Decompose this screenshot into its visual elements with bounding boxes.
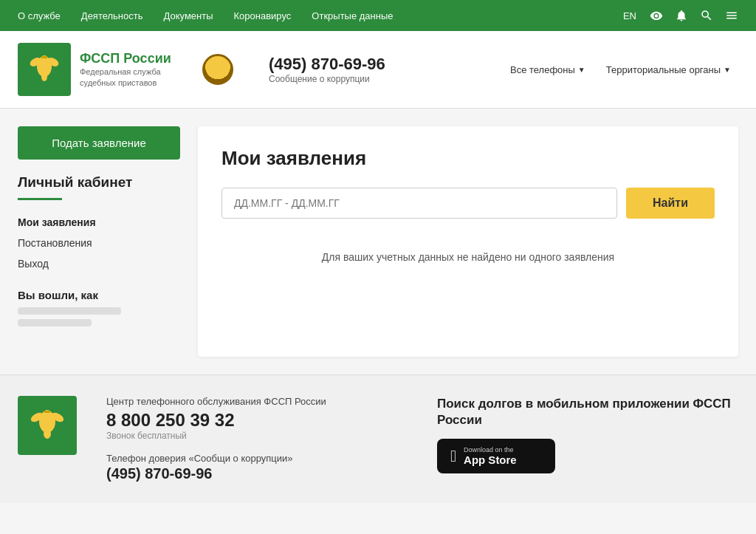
nav-o-sluzhbe[interactable]: О службе bbox=[18, 10, 61, 21]
site-header: ФССП России Федеральная служба судебных … bbox=[0, 31, 756, 109]
svg-point-4 bbox=[41, 72, 47, 81]
corruption-label: Телефон доверия «Сообщи о коррупции» bbox=[106, 453, 408, 464]
menu-icon[interactable] bbox=[725, 9, 738, 22]
store-sub-label: Download on the bbox=[464, 446, 517, 453]
lang-switcher[interactable]: EN bbox=[623, 10, 636, 21]
cabinet-title: Личный кабинет bbox=[18, 174, 180, 191]
all-phones-btn[interactable]: Все телефоны ▼ bbox=[503, 60, 593, 80]
phone-big: 8 800 250 39 32 bbox=[106, 410, 408, 431]
call-center-label: Центр телефонного обслуживания ФССП Росс… bbox=[106, 396, 408, 407]
footer-phones: Центр телефонного обслуживания ФССП Росс… bbox=[106, 396, 408, 482]
phone2-big: (495) 870-69-96 bbox=[106, 465, 408, 482]
chevron-down-icon: ▼ bbox=[578, 66, 585, 74]
main-container: Подать заявление Личный кабинет Мои заяв… bbox=[0, 109, 756, 374]
svg-rect-6 bbox=[41, 56, 47, 58]
sidebar-divider bbox=[18, 198, 62, 200]
logo-section: ФССП России Федеральная служба судебных … bbox=[18, 43, 176, 96]
sidebar-menu: Мои заявления Постановления Выход bbox=[18, 212, 180, 274]
footer-logo bbox=[18, 396, 77, 455]
search-button[interactable]: Найти bbox=[626, 188, 715, 219]
sidebar-item-resolutions[interactable]: Постановления bbox=[18, 233, 180, 253]
top-nav-links: О службе Деятельность Документы Коронави… bbox=[18, 10, 394, 21]
nav-otkrytye-dannye[interactable]: Открытые данные bbox=[312, 10, 393, 21]
user-info bbox=[18, 307, 180, 326]
eagle-logo bbox=[21, 46, 68, 93]
regional-orgs-btn[interactable]: Территориальные органы ▼ bbox=[599, 60, 738, 80]
content-title: Мои заявления bbox=[221, 147, 715, 170]
site-footer: Центр телефонного обслуживания ФССП Росс… bbox=[0, 374, 756, 503]
eye-icon[interactable] bbox=[650, 9, 663, 22]
nav-deyatelnost[interactable]: Деятельность bbox=[81, 10, 143, 21]
user-role-placeholder bbox=[18, 319, 92, 326]
logo-emblem bbox=[18, 43, 71, 96]
bell-icon[interactable] bbox=[675, 9, 688, 22]
sidebar: Подать заявление Личный кабинет Мои заяв… bbox=[18, 126, 180, 357]
search-row: Найти bbox=[221, 188, 715, 219]
medal-icon bbox=[202, 54, 233, 85]
top-nav-icons bbox=[650, 9, 738, 22]
nav-coronavirus[interactable]: Коронавирус bbox=[234, 10, 292, 21]
logged-in-label: Вы вошли, как bbox=[18, 289, 180, 301]
apple-icon:  bbox=[450, 448, 456, 465]
top-navigation: О службе Деятельность Документы Коронави… bbox=[0, 0, 756, 31]
footer-app: Поиск долгов в мобильном приложении ФССП… bbox=[437, 396, 738, 473]
footer-inner: Центр телефонного обслуживания ФССП Росс… bbox=[18, 396, 738, 482]
top-nav-right: EN bbox=[623, 9, 738, 22]
app-store-button[interactable]:  Download on the App Store bbox=[437, 439, 555, 473]
phone-sub: Сообщение о коррупции bbox=[269, 74, 385, 84]
chevron-down-icon: ▼ bbox=[724, 66, 731, 74]
sidebar-item-my-applications[interactable]: Мои заявления bbox=[18, 212, 180, 233]
date-range-input[interactable] bbox=[221, 188, 617, 219]
search-icon[interactable] bbox=[700, 9, 713, 22]
no-results-message: Для ваших учетных данных не найдено ни о… bbox=[221, 236, 715, 278]
phone-section: (495) 870-69-96 Сообщение о коррупции bbox=[269, 55, 385, 84]
user-name-placeholder bbox=[18, 307, 121, 315]
phone-main: (495) 870-69-96 bbox=[269, 55, 385, 74]
app-title: Поиск долгов в мобильном приложении ФССП… bbox=[437, 396, 738, 428]
footer-eagle-logo bbox=[21, 400, 73, 451]
org-name: ФССП России bbox=[80, 51, 176, 66]
store-text: Download on the App Store bbox=[464, 446, 517, 466]
nav-dokumenty[interactable]: Документы bbox=[164, 10, 213, 21]
submit-application-button[interactable]: Подать заявление bbox=[18, 126, 180, 160]
svg-point-11 bbox=[44, 428, 51, 439]
sidebar-item-logout[interactable]: Выход bbox=[18, 253, 180, 274]
content-panel: Мои заявления Найти Для ваших учетных да… bbox=[198, 126, 738, 357]
phone-note: Звонок бесплатный bbox=[106, 431, 408, 441]
org-desc: Федеральная служба судебных приставов bbox=[80, 66, 176, 88]
header-nav: Все телефоны ▼ Территориальные органы ▼ bbox=[503, 60, 738, 80]
svg-rect-13 bbox=[44, 411, 50, 413]
store-name-label: App Store bbox=[464, 453, 517, 466]
logo-text: ФССП России Федеральная служба судебных … bbox=[80, 51, 176, 88]
